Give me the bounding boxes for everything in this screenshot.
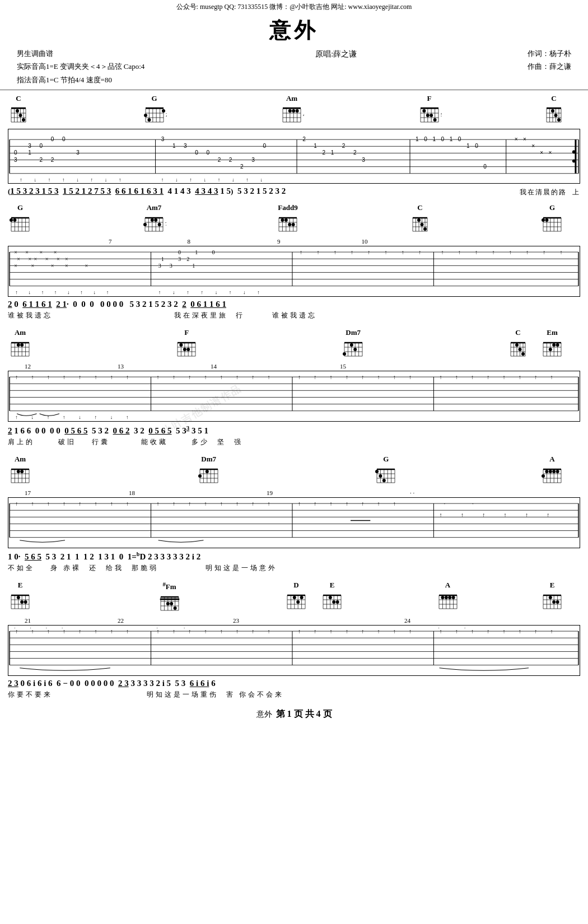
chord-G-4-svg: [374, 465, 398, 488]
svg-text:↑: ↑: [48, 177, 51, 183]
svg-point-26: [144, 114, 147, 117]
svg-text:↑: ↑: [461, 512, 464, 518]
chord-Am-3-svg: [8, 338, 32, 362]
lyrics-2: 谁被我遗忘 我在深夜里旅 行 谁被我遗忘: [8, 311, 580, 323]
song-title: 意外: [0, 16, 588, 45]
svg-point-329: [521, 352, 525, 356]
svg-point-541: [336, 600, 339, 604]
svg-text:↑: ↑: [236, 374, 239, 380]
svg-text:↑: ↑: [346, 501, 348, 507]
svg-text:×: ×: [65, 263, 68, 269]
svg-text:1: 1: [161, 256, 164, 262]
chord-A-4: A: [540, 455, 564, 488]
svg-text:↑: ↑: [377, 374, 380, 380]
svg-text:↑: ↑: [346, 628, 348, 634]
svg-text:↑: ↑: [455, 628, 458, 634]
svg-text:↑: ↑: [440, 512, 442, 518]
svg-text:×: ×: [14, 249, 17, 255]
svg-text:↑: ↑: [377, 501, 380, 507]
svg-text:↑: ↑: [534, 374, 537, 380]
svg-point-157: [13, 218, 16, 222]
chord-row-2: G Am7: [8, 201, 580, 238]
svg-text:↑: ↑: [251, 628, 254, 634]
chord-sharpFm-svg: [157, 592, 182, 616]
svg-text:↑: ↑: [95, 501, 97, 507]
svg-point-444: [556, 470, 559, 473]
notation-5: 2 3 0 6 i 6 i 6 6 − 0 0 0 0 0 0 0 2 3 3 …: [8, 677, 580, 690]
svg-point-499: [17, 596, 20, 599]
svg-text:↑: ↑: [440, 628, 442, 634]
svg-text:↑: ↑: [31, 501, 34, 507]
notation-1: (1 5 3 2 3 1 5 3 1 5 2 1 2 7 5 3 6 6 1 6…: [8, 185, 580, 198]
svg-text:↓: ↓: [76, 177, 79, 183]
chord-G3-svg: [540, 213, 564, 237]
svg-text:↑: ↑: [471, 374, 474, 380]
svg-text:↓: ↓: [67, 290, 70, 295]
svg-text:↑: ↑: [251, 374, 254, 380]
chord-C-4: C: [507, 328, 529, 362]
svg-text:×: ×: [540, 150, 543, 156]
chord-F-3-svg: [174, 338, 199, 362]
svg-point-568: [556, 600, 559, 604]
tab-staff-5: · · · · ↑ ↑ ↑ ↑ ↑ ↑ ↑ ↑ · · ↑ ↑ ↑ ↑ ↑: [8, 625, 580, 676]
svg-text:↑: ↑: [314, 628, 316, 634]
svg-text:↑: ↑: [188, 374, 191, 380]
svg-text:↑: ↑: [402, 249, 404, 255]
svg-text:↑: ↑: [316, 249, 319, 255]
svg-text:↑: ↑: [63, 374, 66, 380]
svg-text:↑: ↑: [220, 501, 223, 507]
lyrics-4: 不如全 身 赤裸 还 给我 那脆弱 明知这是一场意外: [8, 563, 580, 575]
tab-staff-4: ↑ ↑ ↑ ↑ ↑ ↑ ↑ ↑ ↑ ↑ ↑ ↑ ↑ ↑ ↑ ↑ ↑ ↑ ↑: [8, 497, 580, 548]
svg-text:0: 0: [40, 143, 43, 149]
svg-text:2: 2: [342, 143, 346, 149]
svg-point-443: [552, 470, 556, 473]
svg-point-211: [545, 218, 548, 222]
chord-D-svg: [284, 591, 309, 614]
svg-text:0: 0: [178, 249, 181, 255]
svg-text:↑: ↑: [547, 512, 549, 518]
svg-text:↑: ↑: [15, 290, 18, 295]
svg-text:↑: ↑: [157, 374, 160, 380]
svg-text:0: 0: [458, 136, 461, 142]
svg-text:·: ·: [184, 626, 185, 631]
svg-text:↑: ↑: [110, 628, 113, 634]
svg-text:↑: ↑: [385, 249, 388, 255]
svg-text:↑: ↑: [482, 512, 485, 518]
svg-text:↑: ↑: [188, 501, 191, 507]
chord-row-3: Am F: [8, 326, 580, 363]
meta-left: 男生调曲谱 实际音高1=E 变调夹夹＜4＞品弦 Capo:4 指法音高1=C 节…: [17, 47, 144, 86]
svg-point-501: [24, 600, 27, 604]
svg-text:↑: ↑: [346, 374, 348, 380]
chord-E-5: E: [8, 581, 32, 614]
svg-text:↑: ↑: [550, 374, 553, 380]
svg-text:↑: ↑: [186, 290, 189, 295]
svg-text:↓: ↓: [34, 177, 36, 183]
svg-text:↑: ↑: [377, 628, 380, 634]
svg-text:↑: ↑: [257, 290, 260, 295]
svg-point-417: [198, 474, 202, 478]
svg-text:↑: ↑: [367, 249, 370, 255]
svg-text:×: ×: [40, 249, 43, 255]
svg-text:7: 7: [165, 221, 166, 227]
svg-text:↑: ↑: [409, 374, 412, 380]
svg-text:↑: ↑: [95, 628, 97, 634]
svg-text:4: 4: [303, 112, 304, 118]
svg-text:↑: ↑: [487, 374, 489, 380]
svg-text:1: 1: [314, 143, 317, 149]
svg-text:↑: ↑: [220, 374, 223, 380]
svg-text:×: ×: [17, 256, 20, 262]
svg-point-58: [430, 114, 433, 117]
svg-text:↑: ↑: [251, 501, 254, 507]
svg-text:↑: ↑: [47, 628, 50, 634]
svg-text:↑: ↑: [126, 501, 129, 507]
svg-point-199: [423, 227, 427, 231]
svg-text:↓: ↓: [28, 290, 31, 295]
svg-text:1: 1: [195, 249, 198, 255]
chord-E-5b: E: [320, 581, 344, 614]
svg-text:3: 3: [178, 256, 181, 262]
chord-F-3: F: [174, 328, 199, 362]
svg-text:↑: ↑: [157, 628, 160, 634]
svg-text:1: 1: [450, 136, 453, 142]
svg-point-428: [375, 470, 379, 473]
svg-point-57: [426, 114, 429, 117]
